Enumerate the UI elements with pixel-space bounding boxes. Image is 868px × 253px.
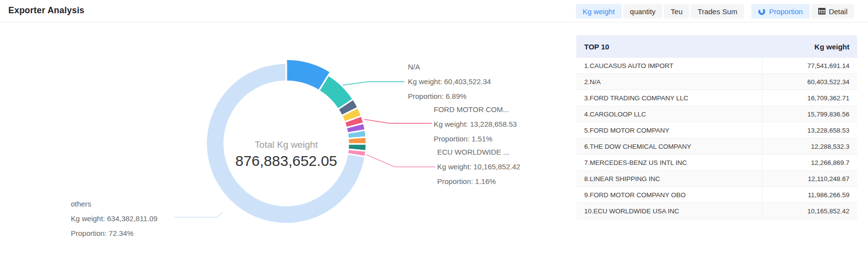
top10-table: TOP 10 Kg weight 1.CAUCASUS AUTO IMPORT7… bbox=[576, 35, 857, 219]
callout-title: ECU WORLDWIDE ... bbox=[437, 145, 520, 160]
table-row[interactable]: 3.FORD TRADING COMPANY LLC16,709,362.71 bbox=[576, 90, 857, 106]
tab-detail[interactable]: Detail bbox=[811, 4, 854, 19]
tab-teu[interactable]: Teu bbox=[664, 4, 689, 19]
callout-ecu-worldwide: ECU WORLDWIDE ...Kg weight: 10,165,852.4… bbox=[437, 145, 520, 189]
kg-weight-value: 16,709,362.71 bbox=[762, 90, 857, 106]
page-title: Exporter Analysis bbox=[8, 5, 85, 16]
callout-leader-line-ecu-worldwide-usa-inc bbox=[366, 155, 435, 167]
exporter-name: 5.FORD MOTOR COMPANY bbox=[576, 122, 762, 138]
table-header-top10: TOP 10 bbox=[576, 35, 762, 58]
table-row[interactable]: 9.FORD MOTOR COMPANY OBO11,986,266.59 bbox=[576, 187, 857, 203]
tab-quantity[interactable]: quantity bbox=[623, 4, 663, 19]
callout-ford-motor-com: FORD MOTOR COM...Kg weight: 13,228,658.5… bbox=[434, 102, 517, 146]
tab-kg-weight[interactable]: Kg weight bbox=[576, 4, 622, 19]
kg-weight-value: 12,110,248.67 bbox=[762, 171, 857, 186]
kg-weight-value: 13,228,658.53 bbox=[762, 122, 857, 138]
exporter-name: 2.N/A bbox=[576, 74, 762, 90]
callout-kg-weight: Kg weight: 10,165,852.42 bbox=[437, 160, 520, 174]
table-header-kg-weight: Kg weight bbox=[762, 35, 857, 58]
donut-segment-linear-shipping-inc[interactable] bbox=[348, 137, 366, 144]
table-icon bbox=[818, 8, 826, 15]
exporter-name: 3.FORD TRADING COMPANY LLC bbox=[576, 90, 762, 106]
kg-weight-value: 60,403,522.34 bbox=[762, 74, 857, 90]
kg-weight-value: 77,541,691.14 bbox=[762, 58, 857, 73]
kg-weight-value: 15,799,836.56 bbox=[762, 106, 857, 122]
table-row[interactable]: 1.CAUCASUS AUTO IMPORT77,541,691.14 bbox=[576, 58, 857, 74]
callout-leader-line-others bbox=[174, 212, 223, 217]
exporter-name: 8.LINEAR SHIPPING INC bbox=[576, 171, 762, 186]
table-row[interactable]: 7.MERCEDES-BENZ US INTL INC12,266,869.7 bbox=[576, 155, 857, 171]
callout-kg-weight: Kg weight: 13,228,658.53 bbox=[434, 117, 517, 132]
tab-label: Teu bbox=[671, 7, 682, 16]
table-row[interactable]: 5.FORD MOTOR COMPANY13,228,658.53 bbox=[576, 122, 857, 138]
exporter-name: 6.THE DOW CHEMICAL COMPANY bbox=[576, 138, 762, 154]
callout-proportion: Proportion: 1.51% bbox=[434, 132, 517, 146]
table-row[interactable]: 4.CARGOLOOP LLC15,799,836.56 bbox=[576, 106, 857, 122]
tab-label: quantity bbox=[630, 7, 656, 16]
tab-label: Kg weight bbox=[583, 7, 615, 16]
kg-weight-value: 12,266,869.7 bbox=[762, 155, 857, 170]
table-body: 1.CAUCASUS AUTO IMPORT77,541,691.142.N/A… bbox=[576, 58, 857, 219]
top-bar: Exporter Analysis Kg weightquantityTeuTr… bbox=[0, 0, 868, 23]
kg-weight-value: 12,288,532.3 bbox=[762, 138, 857, 154]
table-row[interactable]: 6.THE DOW CHEMICAL COMPANY12,288,532.3 bbox=[576, 138, 857, 155]
tab-proportion[interactable]: Proportion bbox=[751, 4, 809, 19]
table-row[interactable]: 10.ECU WORLDWIDE USA INC10,165,852.42 bbox=[576, 203, 857, 219]
exporter-name: 9.FORD MOTOR COMPANY OBO bbox=[576, 187, 762, 203]
callout-proportion: Proportion: 72.34% bbox=[71, 226, 157, 241]
exporter-name: 4.CARGOLOOP LLC bbox=[576, 106, 762, 122]
callout-title: FORD MOTOR COM... bbox=[434, 102, 517, 117]
tab-trades-sum[interactable]: Trades Sum bbox=[691, 4, 744, 19]
table-row[interactable]: 2.N/A60,403,522.34 bbox=[576, 74, 857, 90]
callout-proportion: Proportion: 1.16% bbox=[437, 174, 520, 189]
callout-proportion: Proportion: 6.89% bbox=[408, 89, 491, 104]
callout-others: othersKg weight: 634,382,811.09Proportio… bbox=[71, 197, 157, 241]
tab-label: Trades Sum bbox=[698, 7, 737, 16]
exporter-name: 1.CAUCASUS AUTO IMPORT bbox=[576, 58, 762, 73]
table-header-row: TOP 10 Kg weight bbox=[576, 35, 857, 58]
tab-label: Proportion bbox=[769, 7, 803, 16]
tab-label: Detail bbox=[829, 7, 847, 16]
callout-title: others bbox=[71, 197, 157, 211]
callout-kg-weight: Kg weight: 60,403,522.34 bbox=[408, 74, 491, 89]
kg-weight-value: 10,165,852.42 bbox=[762, 203, 857, 219]
kg-weight-value: 11,986,266.59 bbox=[762, 187, 857, 203]
callout-n-a: N/AKg weight: 60,403,522.34Proportion: 6… bbox=[408, 60, 491, 104]
table-row[interactable]: 8.LINEAR SHIPPING INC12,110,248.67 bbox=[576, 171, 857, 187]
callout-leader-line-ford-motor-company bbox=[364, 119, 432, 123]
callout-kg-weight: Kg weight: 634,382,811.09 bbox=[71, 211, 157, 226]
donut-chart-icon bbox=[758, 8, 765, 15]
exporter-name: 10.ECU WORLDWIDE USA INC bbox=[576, 203, 762, 219]
content-pane: Total Kg weight 876,883,652.05 N/AKg wei… bbox=[0, 23, 868, 253]
tab-bar: Kg weightquantityTeuTrades SumProportion… bbox=[576, 4, 854, 19]
callout-title: N/A bbox=[408, 60, 491, 74]
callout-leader-line-n-a bbox=[343, 82, 404, 85]
exporter-name: 7.MERCEDES-BENZ US INTL INC bbox=[576, 155, 762, 170]
